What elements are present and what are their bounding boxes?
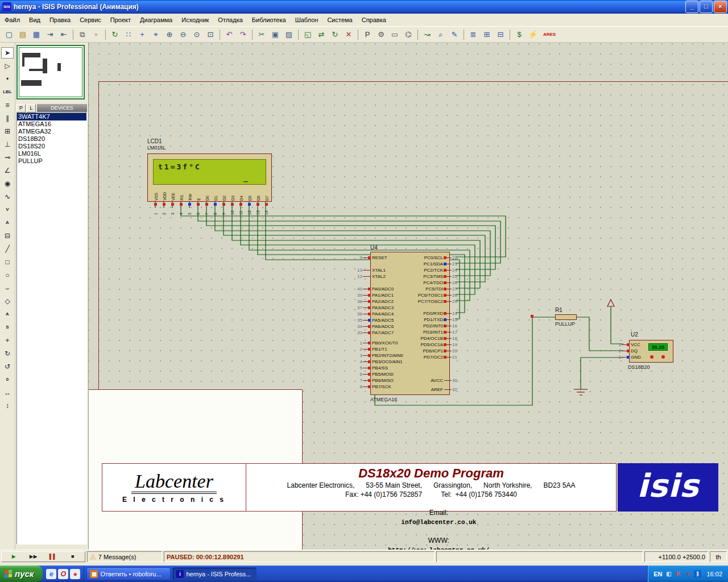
redo[interactable]: ↷: [237, 28, 249, 40]
taskbar-task[interactable]: ▤ Ответить • roboforu...: [86, 567, 171, 580]
device-list-item[interactable]: ATMEGA32: [17, 128, 86, 135]
language-indicator[interactable]: EN: [653, 571, 662, 577]
toolbar-button[interactable]: [510, 30, 510, 40]
mirror-vertical[interactable]: ↕: [1, 400, 14, 411]
mcu-pin[interactable]: PC4/TDO 26: [368, 280, 465, 286]
sensor-body[interactable]: 3 VCC 2 DQ 1: [629, 340, 673, 363]
cut[interactable]: ✂: [255, 28, 268, 40]
new-design[interactable]: ▢: [3, 28, 15, 40]
block-delete[interactable]: ✕: [342, 28, 355, 40]
mcu-pin[interactable]: PC0/SCL 22: [368, 255, 465, 261]
toolbar-button[interactable]: [464, 30, 464, 40]
quick-launch-opera[interactable]: O: [58, 569, 68, 579]
cursor-mode[interactable]: ⌖: [150, 28, 162, 40]
print-design[interactable]: ⧉: [76, 28, 89, 40]
text-script-mode[interactable]: ≡: [1, 99, 14, 111]
close-button[interactable]: ×: [714, 1, 727, 13]
block-copy[interactable]: ◱: [301, 28, 314, 40]
graph-mode[interactable]: ∠: [1, 165, 14, 176]
library-button[interactable]: L: [27, 104, 36, 113]
tray-icon-bluetooth[interactable]: ᛒ: [694, 570, 701, 577]
menu-item[interactable]: Правка: [45, 14, 75, 26]
selection-pointer-mode[interactable]: ➤: [1, 47, 14, 59]
design-explorer[interactable]: ≣: [467, 28, 479, 40]
step-button[interactable]: ▶▶: [24, 552, 43, 561]
lcd-pin[interactable]: 10: [228, 203, 237, 215]
menu-item[interactable]: Справка: [357, 14, 391, 26]
terminal-mode[interactable]: ⊥: [1, 139, 14, 150]
generator-mode[interactable]: ∿: [1, 191, 14, 202]
paste[interactable]: ▨: [283, 28, 295, 40]
device-list-item[interactable]: PULLUP: [17, 157, 86, 165]
pause-button[interactable]: ▌▌: [44, 552, 62, 561]
tray-icon-dot[interactable]: ●: [684, 570, 692, 577]
redraw[interactable]: ↻: [109, 28, 121, 40]
rotation-angle[interactable]: 0: [1, 374, 14, 385]
lcd-pin[interactable]: 11: [237, 203, 245, 215]
lcd-pin[interactable]: 12: [245, 203, 254, 215]
lcd-pin[interactable]: 9: [220, 203, 228, 215]
overview-window[interactable]: [16, 45, 85, 99]
symbol-tool[interactable]: S: [1, 322, 14, 333]
lcd-pin[interactable]: 3: [168, 203, 177, 215]
menu-item[interactable]: Файл: [0, 14, 24, 26]
property-assignment[interactable]: ✎: [448, 28, 461, 40]
export-section[interactable]: ⇤: [57, 28, 70, 40]
make-device[interactable]: ⚙: [375, 28, 387, 40]
line-tool[interactable]: ╱: [1, 243, 14, 255]
toolbar-button[interactable]: [105, 30, 106, 40]
virtual-instrument-mode[interactable]: ⊟: [1, 230, 14, 242]
zoom-out[interactable]: ⊖: [177, 28, 189, 40]
quick-launch-ie[interactable]: e: [46, 569, 56, 579]
wire-autorouter[interactable]: ↝: [421, 28, 433, 40]
lcd-pin[interactable]: 14: [262, 203, 271, 215]
toolbar-button[interactable]: [298, 30, 299, 40]
open-design[interactable]: ▤: [16, 28, 29, 40]
lcd-body[interactable]: t1=3f°C _ VSSVDDVEERSRWED0D1D2D3D4D5D6D7: [147, 153, 272, 202]
block-rotate[interactable]: ↻: [329, 28, 341, 40]
lcd-pin[interactable]: 8: [211, 203, 220, 215]
device-list-item[interactable]: LM016L: [17, 150, 86, 157]
tape-recorder-mode[interactable]: ◉: [1, 178, 14, 189]
device-pin-mode[interactable]: ⊸: [1, 152, 14, 163]
box-tool[interactable]: □: [1, 256, 14, 268]
mcu-pin[interactable]: PC5/TDI 27: [368, 286, 465, 292]
mcu-pin[interactable]: PD0/RXD 14: [368, 310, 465, 317]
message-panel[interactable]: ⚠ 7 Message(s): [87, 551, 162, 562]
new-sheet[interactable]: ⊞: [481, 28, 493, 40]
toolbar-button[interactable]: [358, 30, 358, 40]
lcd-pin[interactable]: 1: [151, 203, 160, 215]
current-probe-mode[interactable]: A: [1, 217, 14, 228]
toolbar-button[interactable]: [73, 30, 73, 40]
menu-item[interactable]: Система: [322, 14, 357, 26]
marker-tool[interactable]: +: [1, 335, 14, 346]
maximize-button[interactable]: □: [700, 1, 713, 13]
mark-print-area[interactable]: ▫: [90, 28, 102, 40]
packaging-tool[interactable]: ▭: [388, 28, 401, 40]
subcircuit-mode[interactable]: ⊞: [1, 126, 14, 137]
bus-mode[interactable]: ∥: [1, 113, 14, 124]
toolbar-button[interactable]: [417, 30, 418, 40]
tray-icon-app[interactable]: ◧: [665, 570, 672, 577]
menu-item[interactable]: Диаграмма: [135, 14, 177, 26]
start-button[interactable]: пуск: [0, 566, 43, 582]
zoom-area[interactable]: ⊡: [204, 28, 217, 40]
bill-of-materials[interactable]: $: [513, 28, 526, 40]
mirror-horizontal[interactable]: ↔: [1, 387, 14, 398]
rotate-clockwise[interactable]: ↻: [1, 348, 14, 359]
copy[interactable]: ▣: [269, 28, 282, 40]
mcu-pin[interactable]: PC6/TOSC1 28: [368, 292, 465, 298]
device-list-item[interactable]: 3WATT4K7: [17, 113, 86, 120]
toolbar-button[interactable]: [220, 30, 220, 40]
lcd-pin[interactable]: 5: [185, 203, 194, 215]
junction-dot-mode[interactable]: •: [1, 73, 14, 85]
resistor-body[interactable]: [555, 314, 577, 320]
import-section[interactable]: ⇥: [44, 28, 56, 40]
electrical-rules-check[interactable]: ⚡: [527, 28, 539, 40]
netlist-to-ares[interactable]: ARES: [540, 28, 559, 40]
zoom-in[interactable]: ⊕: [163, 28, 176, 40]
mcu-pin[interactable]: PD4/OC1B 18: [368, 335, 465, 342]
menu-item[interactable]: Шаблон: [291, 14, 323, 26]
mcu-pin[interactable]: PD5/OC1A 19: [368, 342, 465, 348]
mcu-pin[interactable]: AREF 32: [368, 386, 465, 393]
